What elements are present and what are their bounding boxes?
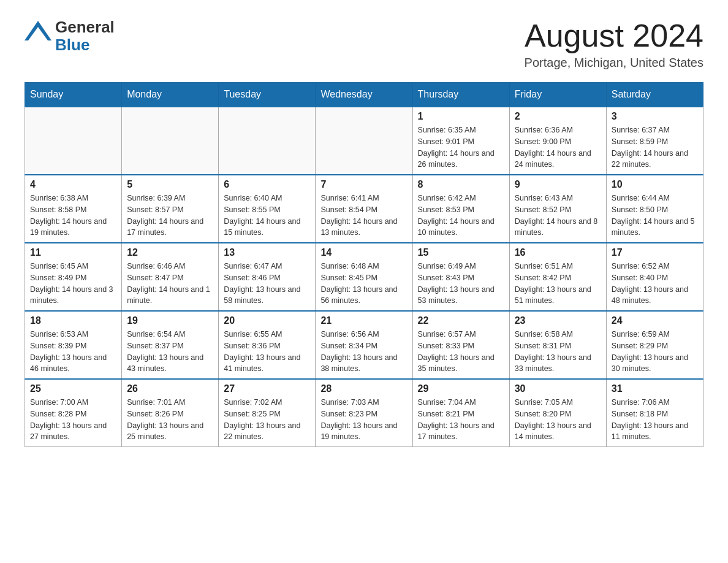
calendar-cell: 27Sunrise: 7:02 AM Sunset: 8:25 PM Dayli… [219, 379, 316, 447]
day-info: Sunrise: 6:55 AM Sunset: 8:36 PM Dayligh… [224, 329, 310, 375]
day-number: 29 [418, 383, 504, 394]
calendar-cell: 9Sunrise: 6:43 AM Sunset: 8:52 PM Daylig… [509, 175, 606, 243]
day-info: Sunrise: 6:43 AM Sunset: 8:52 PM Dayligh… [515, 193, 601, 239]
day-header-thursday: Thursday [412, 83, 509, 107]
calendar-cell: 12Sunrise: 6:46 AM Sunset: 8:47 PM Dayli… [122, 243, 219, 311]
week-row-3: 11Sunrise: 6:45 AM Sunset: 8:49 PM Dayli… [25, 243, 703, 311]
day-number: 11 [30, 247, 116, 258]
week-row-4: 18Sunrise: 6:53 AM Sunset: 8:39 PM Dayli… [25, 311, 703, 379]
calendar-cell: 1Sunrise: 6:35 AM Sunset: 9:01 PM Daylig… [412, 107, 509, 175]
day-info: Sunrise: 6:56 AM Sunset: 8:34 PM Dayligh… [320, 329, 407, 375]
day-number: 12 [127, 247, 213, 258]
day-info: Sunrise: 6:54 AM Sunset: 8:37 PM Dayligh… [127, 329, 213, 375]
logo-general: General [55, 18, 115, 36]
day-number: 23 [515, 315, 601, 326]
day-number: 27 [224, 383, 310, 394]
day-info: Sunrise: 6:44 AM Sunset: 8:50 PM Dayligh… [612, 193, 698, 239]
day-header-tuesday: Tuesday [219, 83, 316, 107]
day-info: Sunrise: 7:03 AM Sunset: 8:23 PM Dayligh… [320, 397, 407, 443]
location-text: Portage, Michigan, United States [525, 56, 703, 70]
calendar-cell: 20Sunrise: 6:55 AM Sunset: 8:36 PM Dayli… [219, 311, 316, 379]
calendar-cell: 3Sunrise: 6:37 AM Sunset: 8:59 PM Daylig… [606, 107, 703, 175]
calendar-cell [219, 107, 316, 175]
calendar-cell: 17Sunrise: 6:52 AM Sunset: 8:40 PM Dayli… [606, 243, 703, 311]
day-number: 25 [30, 383, 116, 394]
day-number: 7 [320, 179, 407, 190]
day-info: Sunrise: 6:58 AM Sunset: 8:31 PM Dayligh… [515, 329, 601, 375]
calendar-cell: 2Sunrise: 6:36 AM Sunset: 9:00 PM Daylig… [509, 107, 606, 175]
calendar-cell: 10Sunrise: 6:44 AM Sunset: 8:50 PM Dayli… [606, 175, 703, 243]
month-title: August 2024 [525, 18, 703, 53]
day-info: Sunrise: 6:57 AM Sunset: 8:33 PM Dayligh… [418, 329, 504, 375]
calendar-cell: 23Sunrise: 6:58 AM Sunset: 8:31 PM Dayli… [509, 311, 606, 379]
day-header-sunday: Sunday [25, 83, 122, 107]
day-info: Sunrise: 6:45 AM Sunset: 8:49 PM Dayligh… [30, 261, 116, 307]
day-number: 30 [515, 383, 601, 394]
day-number: 2 [515, 111, 601, 122]
day-header-monday: Monday [122, 83, 219, 107]
calendar-cell: 28Sunrise: 7:03 AM Sunset: 8:23 PM Dayli… [316, 379, 412, 447]
calendar-cell: 7Sunrise: 6:41 AM Sunset: 8:54 PM Daylig… [316, 175, 412, 243]
calendar-cell [122, 107, 219, 175]
day-number: 13 [224, 247, 310, 258]
day-info: Sunrise: 6:51 AM Sunset: 8:42 PM Dayligh… [515, 261, 601, 307]
calendar-cell: 6Sunrise: 6:40 AM Sunset: 8:55 PM Daylig… [219, 175, 316, 243]
calendar-cell: 18Sunrise: 6:53 AM Sunset: 8:39 PM Dayli… [25, 311, 122, 379]
calendar-cell: 26Sunrise: 7:01 AM Sunset: 8:26 PM Dayli… [122, 379, 219, 447]
day-number: 10 [612, 179, 698, 190]
calendar-cell: 31Sunrise: 7:06 AM Sunset: 8:18 PM Dayli… [606, 379, 703, 447]
day-info: Sunrise: 6:48 AM Sunset: 8:45 PM Dayligh… [320, 261, 407, 307]
day-info: Sunrise: 6:53 AM Sunset: 8:39 PM Dayligh… [30, 329, 116, 375]
week-row-2: 4Sunrise: 6:38 AM Sunset: 8:58 PM Daylig… [25, 175, 703, 243]
calendar-cell: 4Sunrise: 6:38 AM Sunset: 8:58 PM Daylig… [25, 175, 122, 243]
day-number: 31 [612, 383, 698, 394]
page-header: General Blue August 2024 Portage, Michig… [25, 18, 703, 70]
day-number: 9 [515, 179, 601, 190]
week-row-5: 25Sunrise: 7:00 AM Sunset: 8:28 PM Dayli… [25, 379, 703, 447]
day-info: Sunrise: 6:52 AM Sunset: 8:40 PM Dayligh… [612, 261, 698, 307]
day-header-friday: Friday [509, 83, 606, 107]
day-number: 15 [418, 247, 504, 258]
day-number: 21 [320, 315, 407, 326]
calendar-cell: 11Sunrise: 6:45 AM Sunset: 8:49 PM Dayli… [25, 243, 122, 311]
day-number: 24 [612, 315, 698, 326]
logo: General Blue [25, 18, 115, 53]
day-number: 26 [127, 383, 213, 394]
calendar-cell: 19Sunrise: 6:54 AM Sunset: 8:37 PM Dayli… [122, 311, 219, 379]
calendar-cell: 14Sunrise: 6:48 AM Sunset: 8:45 PM Dayli… [316, 243, 412, 311]
day-info: Sunrise: 6:41 AM Sunset: 8:54 PM Dayligh… [320, 193, 407, 239]
logo-blue: Blue [55, 36, 115, 54]
day-info: Sunrise: 6:59 AM Sunset: 8:29 PM Dayligh… [612, 329, 698, 375]
day-info: Sunrise: 6:40 AM Sunset: 8:55 PM Dayligh… [224, 193, 310, 239]
day-info: Sunrise: 6:37 AM Sunset: 8:59 PM Dayligh… [612, 124, 698, 170]
day-number: 28 [320, 383, 407, 394]
calendar-cell: 13Sunrise: 6:47 AM Sunset: 8:46 PM Dayli… [219, 243, 316, 311]
logo-triangle-icon [25, 18, 51, 45]
calendar-cell: 22Sunrise: 6:57 AM Sunset: 8:33 PM Dayli… [412, 311, 509, 379]
day-number: 5 [127, 179, 213, 190]
calendar-header-row: SundayMondayTuesdayWednesdayThursdayFrid… [25, 83, 703, 107]
day-info: Sunrise: 6:36 AM Sunset: 9:00 PM Dayligh… [515, 124, 601, 170]
calendar-cell [316, 107, 412, 175]
day-info: Sunrise: 7:01 AM Sunset: 8:26 PM Dayligh… [127, 397, 213, 443]
day-info: Sunrise: 7:02 AM Sunset: 8:25 PM Dayligh… [224, 397, 310, 443]
day-info: Sunrise: 6:42 AM Sunset: 8:53 PM Dayligh… [418, 193, 504, 239]
calendar-cell: 8Sunrise: 6:42 AM Sunset: 8:53 PM Daylig… [412, 175, 509, 243]
calendar-table: SundayMondayTuesdayWednesdayThursdayFrid… [25, 82, 703, 447]
day-header-saturday: Saturday [606, 83, 703, 107]
calendar-cell: 25Sunrise: 7:00 AM Sunset: 8:28 PM Dayli… [25, 379, 122, 447]
day-info: Sunrise: 7:06 AM Sunset: 8:18 PM Dayligh… [612, 397, 698, 443]
day-number: 17 [612, 247, 698, 258]
day-number: 22 [418, 315, 504, 326]
day-number: 14 [320, 247, 407, 258]
week-row-1: 1Sunrise: 6:35 AM Sunset: 9:01 PM Daylig… [25, 107, 703, 175]
calendar-cell: 30Sunrise: 7:05 AM Sunset: 8:20 PM Dayli… [509, 379, 606, 447]
day-header-wednesday: Wednesday [316, 83, 412, 107]
day-number: 3 [612, 111, 698, 122]
day-number: 6 [224, 179, 310, 190]
calendar-cell: 29Sunrise: 7:04 AM Sunset: 8:21 PM Dayli… [412, 379, 509, 447]
day-number: 20 [224, 315, 310, 326]
calendar-cell: 5Sunrise: 6:39 AM Sunset: 8:57 PM Daylig… [122, 175, 219, 243]
day-number: 8 [418, 179, 504, 190]
day-number: 19 [127, 315, 213, 326]
